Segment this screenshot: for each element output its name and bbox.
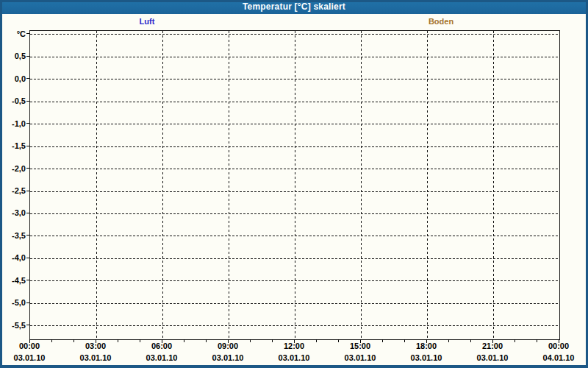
y-axis-tick-label: -3,0 [0,208,26,217]
y-axis-tick-label: -4,0 [0,253,26,262]
y-axis-tick-mark [26,168,29,169]
x-axis-time-label: 18:00 [416,342,437,350]
x-axis-date-label: 03.01.10 [411,353,442,362]
x-axis-date-label: 03.01.10 [14,353,46,362]
y-axis-tick-label: -5,0 [0,298,26,307]
x-axis-date-label: 03.01.10 [345,353,376,362]
x-axis-time-label: 09:00 [218,342,238,350]
y-axis-tick-mark [26,280,29,280]
x-gridline [427,31,428,339]
y-axis-tick-mark [26,101,29,102]
x-axis-time-label: 12:00 [284,342,304,350]
y-axis-tick-label: -3,5 [0,231,26,240]
legend-item-boden: Boden [429,17,453,26]
x-axis-minor-tick-mark [272,339,273,342]
x-axis-minor-tick-mark [206,339,207,342]
x-axis-time-label: 00:00 [548,342,569,350]
x-gridline [229,31,229,339]
x-gridline [493,31,494,339]
x-axis-minor-tick-mark [514,339,515,342]
x-axis-date-label: 03.01.10 [146,353,178,362]
x-axis-minor-tick-mark [140,339,140,342]
legend-item-luft: Luft [140,17,155,26]
x-axis-date-label: 04.01.10 [543,353,575,362]
y-axis-tick-label: °C [0,29,26,38]
y-axis-tick-label: 0,5 [0,52,26,60]
y-axis-tick-mark [26,302,29,303]
y-axis-tick-mark [26,258,29,258]
y-axis-tick-mark [26,213,29,213]
x-axis-minor-tick-mark [338,339,339,342]
window-title-bar[interactable]: Temperatur [°C] skaliert [0,0,588,14]
x-axis-minor-tick-mark [184,339,184,342]
y-axis-tick-mark [26,33,29,34]
y-axis-tick-label: -5,5 [0,321,26,330]
plot-area [29,30,560,340]
x-axis-time-label: 00:00 [19,342,40,350]
x-gridline [361,31,362,339]
x-axis-minor-tick-mark [448,339,449,342]
y-axis-tick-label: -2,0 [0,164,26,173]
y-axis-tick-label: -1,5 [0,141,26,150]
y-axis-tick-label: 0,0 [0,74,26,83]
x-axis-minor-tick-mark [382,339,383,342]
x-gridline [295,31,295,339]
x-axis-minor-tick-mark [470,339,471,342]
x-axis-time-label: 15:00 [350,342,370,350]
x-axis-minor-tick-mark [250,339,251,342]
y-axis-tick-mark [26,191,29,191]
x-axis-time-label: 03:00 [85,342,106,350]
x-axis-minor-tick-mark [404,339,405,342]
y-axis-tick-label: -2,5 [0,186,26,195]
x-axis-minor-tick-mark [118,339,118,342]
x-axis-date-label: 03.01.10 [477,353,509,362]
y-axis-tick-label: -4,5 [0,276,26,285]
y-axis-tick-mark [26,56,29,57]
y-axis-tick-mark [26,325,29,325]
x-axis-minor-tick-mark [74,339,74,342]
y-axis-tick-mark [26,78,29,79]
x-gridline [162,31,163,339]
y-axis-tick-mark [26,123,29,124]
chart-title: Temperatur [°C] skaliert [243,1,345,12]
x-axis-time-label: 21:00 [482,342,503,350]
x-axis-minor-tick-mark [51,339,52,342]
y-axis-tick-mark [26,235,29,236]
x-axis-date-label: 03.01.10 [279,353,310,362]
x-axis-time-label: 06:00 [151,342,172,350]
x-axis-minor-tick-mark [537,339,537,342]
x-axis-minor-tick-mark [316,339,317,342]
x-gridline [96,31,97,339]
x-axis-date-label: 03.01.10 [212,353,244,362]
x-axis-date-label: 03.01.10 [80,353,112,362]
y-axis-tick-mark [26,146,29,146]
y-axis-tick-label: -0,5 [0,96,26,105]
y-axis-tick-label: -1,0 [0,119,26,128]
